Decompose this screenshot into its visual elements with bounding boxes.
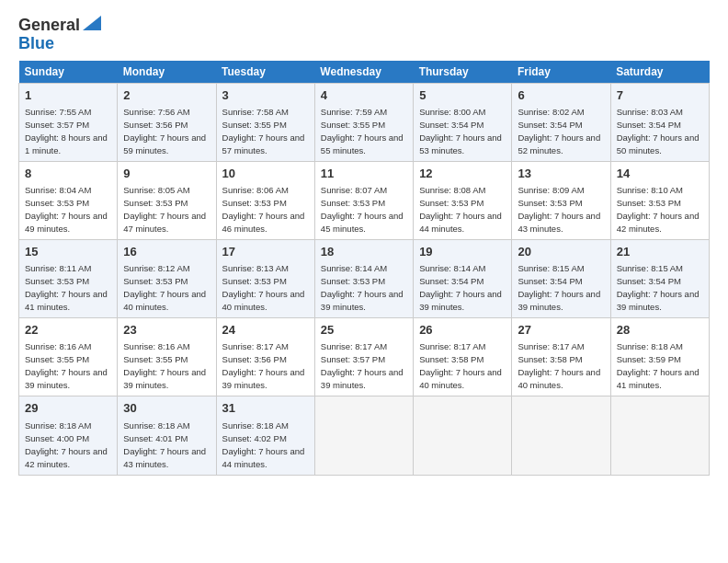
day-sunset: Sunset: 3:53 PM bbox=[419, 198, 483, 208]
day-sunset: Sunset: 4:01 PM bbox=[123, 433, 188, 443]
day-sunset: Sunset: 3:53 PM bbox=[518, 198, 582, 208]
cell-week2-day4: 11Sunrise: 8:07 AMSunset: 3:53 PMDayligh… bbox=[314, 161, 413, 239]
cell-week3-day3: 17Sunrise: 8:13 AMSunset: 3:53 PMDayligh… bbox=[216, 239, 314, 317]
day-daylight: Daylight: 7 hours and 39 minutes. bbox=[25, 367, 108, 390]
col-header-friday: Friday bbox=[512, 61, 610, 84]
day-daylight: Daylight: 7 hours and 42 minutes. bbox=[617, 211, 700, 234]
day-number: 31 bbox=[222, 400, 309, 417]
day-daylight: Daylight: 7 hours and 55 minutes. bbox=[321, 132, 404, 155]
day-daylight: Daylight: 7 hours and 42 minutes. bbox=[25, 446, 108, 469]
day-sunset: Sunset: 3:54 PM bbox=[518, 120, 582, 130]
cell-week1-day5: 5Sunrise: 8:00 AMSunset: 3:54 PMDaylight… bbox=[414, 83, 512, 161]
week-row-1: 1Sunrise: 7:55 AMSunset: 3:57 PMDaylight… bbox=[19, 83, 710, 161]
day-sunrise: Sunrise: 8:18 AM bbox=[222, 420, 289, 431]
day-daylight: Daylight: 7 hours and 39 minutes. bbox=[518, 289, 600, 312]
day-sunrise: Sunrise: 8:15 AM bbox=[518, 263, 584, 273]
day-daylight: Daylight: 7 hours and 43 minutes. bbox=[123, 446, 206, 469]
week-row-4: 22Sunrise: 8:16 AMSunset: 3:55 PMDayligh… bbox=[19, 318, 710, 396]
cell-week4-day5: 26Sunrise: 8:17 AMSunset: 3:58 PMDayligh… bbox=[414, 318, 512, 396]
day-daylight: Daylight: 7 hours and 41 minutes. bbox=[617, 367, 700, 390]
svg-marker-0 bbox=[83, 16, 101, 30]
day-daylight: Daylight: 7 hours and 44 minutes. bbox=[419, 211, 502, 234]
cell-week1-day3: 3Sunrise: 7:58 AMSunset: 3:55 PMDaylight… bbox=[216, 83, 314, 161]
cell-week3-day1: 15Sunrise: 8:11 AMSunset: 3:53 PMDayligh… bbox=[19, 239, 118, 317]
cell-week1-day7: 7Sunrise: 8:03 AMSunset: 3:54 PMDaylight… bbox=[610, 83, 709, 161]
day-sunset: Sunset: 3:53 PM bbox=[25, 276, 89, 286]
day-daylight: Daylight: 7 hours and 39 minutes. bbox=[321, 367, 404, 390]
day-sunrise: Sunrise: 8:05 AM bbox=[123, 185, 189, 195]
day-number: 25 bbox=[321, 322, 407, 339]
day-sunrise: Sunrise: 8:04 AM bbox=[25, 185, 91, 195]
day-sunrise: Sunrise: 8:14 AM bbox=[321, 263, 387, 273]
day-sunset: Sunset: 3:55 PM bbox=[222, 120, 287, 130]
day-sunrise: Sunrise: 8:16 AM bbox=[123, 341, 189, 351]
day-number: 11 bbox=[321, 166, 407, 182]
cell-week1-day2: 2Sunrise: 7:56 AMSunset: 3:56 PMDaylight… bbox=[118, 83, 216, 161]
day-sunrise: Sunrise: 8:18 AM bbox=[123, 420, 189, 431]
day-number: 30 bbox=[123, 400, 210, 417]
day-sunrise: Sunrise: 8:17 AM bbox=[321, 341, 387, 351]
day-sunset: Sunset: 3:56 PM bbox=[222, 354, 287, 364]
day-sunset: Sunset: 3:53 PM bbox=[123, 198, 188, 208]
day-number: 1 bbox=[25, 87, 111, 104]
day-sunrise: Sunrise: 7:55 AM bbox=[25, 107, 91, 117]
day-sunset: Sunset: 4:02 PM bbox=[222, 433, 287, 443]
cell-week5-day1: 29Sunrise: 8:18 AMSunset: 4:00 PMDayligh… bbox=[19, 396, 118, 475]
page: General Blue SundayMondayTuesdayWednesda… bbox=[0, 0, 728, 563]
day-number: 8 bbox=[25, 166, 111, 182]
day-number: 10 bbox=[222, 166, 309, 182]
day-daylight: Daylight: 7 hours and 39 minutes. bbox=[617, 289, 700, 312]
day-sunrise: Sunrise: 8:18 AM bbox=[617, 341, 683, 351]
day-sunrise: Sunrise: 8:03 AM bbox=[617, 107, 683, 117]
day-sunset: Sunset: 3:59 PM bbox=[617, 354, 681, 364]
day-sunrise: Sunrise: 8:12 AM bbox=[123, 263, 189, 273]
cell-week5-day3: 31Sunrise: 8:18 AMSunset: 4:02 PMDayligh… bbox=[216, 396, 314, 475]
day-sunset: Sunset: 3:53 PM bbox=[222, 276, 287, 286]
day-daylight: Daylight: 7 hours and 39 minutes. bbox=[222, 367, 305, 390]
day-sunrise: Sunrise: 8:09 AM bbox=[518, 185, 584, 195]
header: General Blue bbox=[18, 17, 710, 53]
day-sunset: Sunset: 3:53 PM bbox=[321, 198, 385, 208]
day-number: 6 bbox=[518, 87, 604, 104]
col-header-sunday: Sunday bbox=[19, 61, 118, 84]
day-number: 15 bbox=[25, 244, 111, 260]
calendar-table: SundayMondayTuesdayWednesdayThursdayFrid… bbox=[18, 61, 710, 476]
day-number: 17 bbox=[222, 244, 309, 260]
cell-week1-day1: 1Sunrise: 7:55 AMSunset: 3:57 PMDaylight… bbox=[19, 83, 118, 161]
day-sunrise: Sunrise: 8:16 AM bbox=[25, 341, 91, 351]
cell-week3-day6: 20Sunrise: 8:15 AMSunset: 3:54 PMDayligh… bbox=[512, 239, 610, 317]
cell-week5-day7 bbox=[610, 396, 709, 475]
day-sunset: Sunset: 3:53 PM bbox=[222, 198, 287, 208]
day-number: 23 bbox=[123, 322, 210, 339]
day-sunset: Sunset: 3:54 PM bbox=[518, 276, 582, 286]
day-daylight: Daylight: 7 hours and 39 minutes. bbox=[321, 289, 404, 312]
cell-week2-day2: 9Sunrise: 8:05 AMSunset: 3:53 PMDaylight… bbox=[118, 161, 216, 239]
day-number: 5 bbox=[419, 87, 506, 104]
day-sunset: Sunset: 3:53 PM bbox=[617, 198, 681, 208]
day-number: 18 bbox=[321, 244, 407, 260]
day-sunset: Sunset: 3:53 PM bbox=[123, 276, 188, 286]
day-daylight: Daylight: 7 hours and 57 minutes. bbox=[222, 132, 305, 155]
col-header-thursday: Thursday bbox=[414, 61, 512, 84]
cell-week2-day7: 14Sunrise: 8:10 AMSunset: 3:53 PMDayligh… bbox=[610, 161, 709, 239]
cell-week4-day1: 22Sunrise: 8:16 AMSunset: 3:55 PMDayligh… bbox=[19, 318, 118, 396]
col-header-tuesday: Tuesday bbox=[216, 61, 314, 84]
day-sunset: Sunset: 3:57 PM bbox=[321, 354, 385, 364]
day-number: 29 bbox=[25, 400, 111, 417]
day-number: 3 bbox=[222, 87, 309, 104]
day-sunrise: Sunrise: 7:58 AM bbox=[222, 107, 289, 117]
cell-week2-day3: 10Sunrise: 8:06 AMSunset: 3:53 PMDayligh… bbox=[216, 161, 314, 239]
cell-week5-day2: 30Sunrise: 8:18 AMSunset: 4:01 PMDayligh… bbox=[118, 396, 216, 475]
cell-week5-day4 bbox=[314, 396, 413, 475]
day-daylight: Daylight: 7 hours and 53 minutes. bbox=[419, 132, 502, 155]
cell-week3-day7: 21Sunrise: 8:15 AMSunset: 3:54 PMDayligh… bbox=[610, 239, 709, 317]
day-number: 4 bbox=[321, 87, 407, 104]
cell-week2-day6: 13Sunrise: 8:09 AMSunset: 3:53 PMDayligh… bbox=[512, 161, 610, 239]
day-sunset: Sunset: 3:57 PM bbox=[25, 120, 89, 130]
day-daylight: Daylight: 7 hours and 43 minutes. bbox=[518, 211, 600, 234]
col-header-wednesday: Wednesday bbox=[314, 61, 413, 84]
day-daylight: Daylight: 7 hours and 40 minutes. bbox=[518, 367, 600, 390]
day-sunrise: Sunrise: 8:02 AM bbox=[518, 107, 584, 117]
day-daylight: Daylight: 7 hours and 50 minutes. bbox=[617, 132, 700, 155]
day-number: 28 bbox=[617, 322, 703, 339]
